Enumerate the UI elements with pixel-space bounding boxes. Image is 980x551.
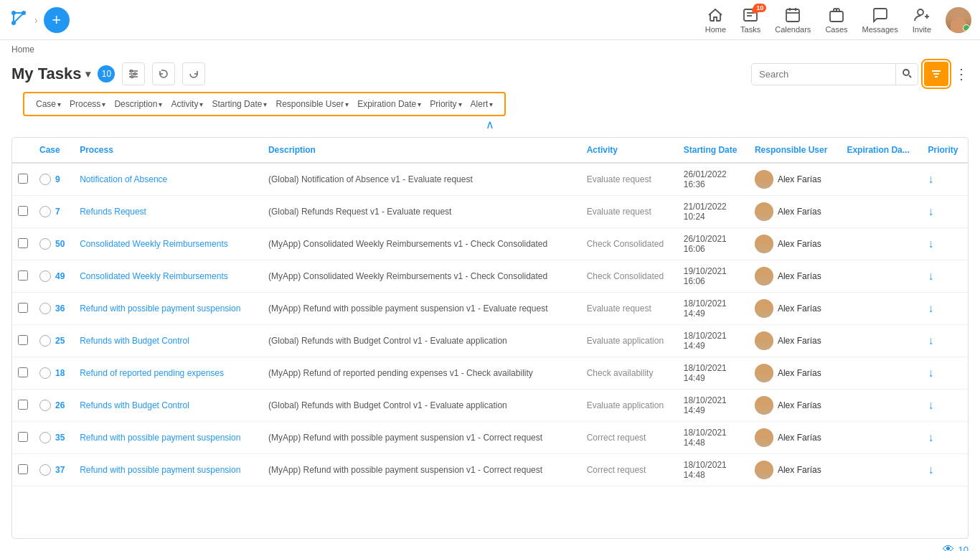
filter-responsible-user[interactable]: Responsible User▾ (273, 98, 352, 110)
row-expiration (841, 228, 922, 260)
table-row: 35 Refund with possible payment suspensi… (12, 422, 968, 454)
filter-alert[interactable]: Alert▾ (468, 98, 496, 110)
case-number[interactable]: 18 (55, 368, 65, 378)
case-number[interactable]: 7 (55, 207, 60, 217)
description-text: (MyApp) Refund with possible payment sus… (268, 465, 542, 475)
row-checkbox[interactable] (18, 270, 28, 281)
process-link[interactable]: Refunds with Budget Control (80, 400, 189, 410)
filter-priority[interactable]: Priority▾ (427, 98, 464, 110)
process-link[interactable]: Refund of reported pending expenses (80, 368, 224, 378)
process-link[interactable]: Refunds with Budget Control (80, 336, 189, 346)
chat-bubble-icon (39, 174, 51, 185)
priority-indicator: ↓ (928, 367, 933, 379)
user-thumbnail (755, 428, 773, 447)
row-checkbox[interactable] (18, 432, 28, 442)
row-checkbox[interactable] (18, 303, 28, 313)
table-row: 7 Refunds Request (Global) Refunds Reque… (12, 196, 968, 228)
search-button[interactable] (895, 64, 918, 85)
nav-invite[interactable]: Invite (913, 6, 931, 34)
page-title[interactable]: My Tasks ▾ (11, 65, 90, 83)
activity-text: Check availability (587, 368, 654, 378)
row-process: Refunds Request (74, 196, 263, 228)
undo-btn[interactable] (152, 62, 175, 85)
row-checkbox[interactable] (18, 367, 28, 377)
filter-case[interactable]: Case▾ (33, 98, 64, 110)
page-header: My Tasks ▾ 10 (0, 59, 980, 92)
process-link[interactable]: Consolidated Weekly Reimbursements (80, 271, 228, 281)
row-checkbox[interactable] (18, 238, 28, 248)
user-name: Alex Farías (778, 174, 821, 184)
add-button[interactable]: + (44, 7, 70, 33)
nav-messages[interactable]: Messages (862, 6, 898, 34)
row-priority: ↓ (922, 163, 968, 196)
case-number[interactable]: 49 (55, 271, 65, 281)
nav-tasks[interactable]: 10 Tasks (740, 6, 760, 34)
case-number[interactable]: 50 (55, 239, 65, 249)
activity-text: Check Consolidated (587, 239, 664, 249)
user-avatar[interactable] (946, 7, 971, 33)
chat-bubble-icon (39, 206, 51, 217)
row-responsible-user: Alex Farías (749, 454, 841, 486)
row-starting-date: 18/10/202114:49 (678, 293, 749, 325)
case-number[interactable]: 9 (55, 174, 60, 184)
case-number[interactable]: 25 (55, 336, 65, 346)
process-link[interactable]: Refund with possible payment suspension (80, 433, 240, 443)
row-case: 26 (34, 390, 74, 422)
col-responsible-user: Responsible User (749, 138, 841, 163)
row-priority: ↓ (922, 422, 968, 454)
nav-home[interactable]: Home (705, 6, 726, 34)
filter-starting-date[interactable]: Starting Date▾ (209, 98, 270, 110)
case-number[interactable]: 37 (55, 465, 65, 475)
user-name: Alex Farías (778, 303, 821, 314)
description-text: (MyApp) Refund with possible payment sus… (268, 303, 548, 314)
user-name: Alex Farías (778, 207, 821, 217)
row-checkbox[interactable] (18, 335, 28, 345)
filter-process[interactable]: Process▾ (67, 98, 108, 110)
svg-point-23 (131, 76, 133, 78)
row-priority: ↓ (922, 357, 968, 390)
row-starting-date: 18/10/202114:49 (678, 357, 749, 390)
filter-settings-btn[interactable] (122, 62, 145, 85)
header-right: ⋮ (751, 62, 969, 86)
user-thumbnail (755, 364, 773, 382)
row-starting-date: 18/10/202114:49 (678, 390, 749, 422)
filter-collapse-button[interactable]: ∧ (486, 118, 494, 131)
row-description: (MyApp) Refund of reported pending expen… (263, 357, 581, 390)
description-text: (Global) Refunds Request v1 - Evaluate r… (268, 207, 451, 217)
priority-indicator: ↓ (928, 302, 933, 314)
filter-bar: Case▾ Process▾ Description▾ Activity▾ St… (23, 92, 506, 116)
user-thumbnail (755, 267, 773, 286)
row-activity: Evaluate application (581, 390, 678, 422)
process-link[interactable]: Consolidated Weekly Reimbursements (80, 239, 228, 249)
tasks-table: Case Process Description Activity Starti… (12, 138, 968, 486)
search-input[interactable] (752, 65, 895, 84)
process-link[interactable]: Refund with possible payment suspension (80, 465, 240, 475)
row-activity: Correct request (581, 422, 678, 454)
activity-text: Evaluate request (587, 207, 651, 217)
svg-point-21 (131, 70, 133, 72)
row-priority: ↓ (922, 228, 968, 260)
row-checkbox[interactable] (18, 206, 28, 216)
active-filter-button[interactable] (924, 62, 948, 86)
row-checkbox[interactable] (18, 174, 28, 184)
svg-point-15 (918, 9, 923, 15)
nav-calendars[interactable]: Calendars (775, 6, 811, 34)
process-link[interactable]: Refund with possible payment suspension (80, 303, 240, 314)
user-thumbnail (755, 396, 773, 415)
filter-description[interactable]: Description▾ (111, 98, 165, 110)
row-checkbox[interactable] (18, 400, 28, 410)
case-number[interactable]: 35 (55, 433, 65, 443)
refresh-btn[interactable] (182, 62, 205, 85)
row-checkbox[interactable] (18, 464, 28, 474)
filter-expiration-date[interactable]: Expiration Date▾ (354, 98, 424, 110)
process-link[interactable]: Notification of Absence (80, 174, 167, 184)
case-number[interactable]: 26 (55, 400, 65, 410)
process-link[interactable]: Refunds Request (80, 207, 146, 217)
top-nav: › + Home 10 Tasks (0, 0, 980, 40)
nav-cases[interactable]: Cases (825, 6, 847, 34)
row-description: (MyApp) Refund with possible payment sus… (263, 422, 581, 454)
more-options-button[interactable]: ⋮ (954, 65, 969, 83)
row-responsible-user: Alex Farías (749, 260, 841, 293)
case-number[interactable]: 36 (55, 303, 65, 314)
filter-activity[interactable]: Activity▾ (168, 98, 206, 110)
